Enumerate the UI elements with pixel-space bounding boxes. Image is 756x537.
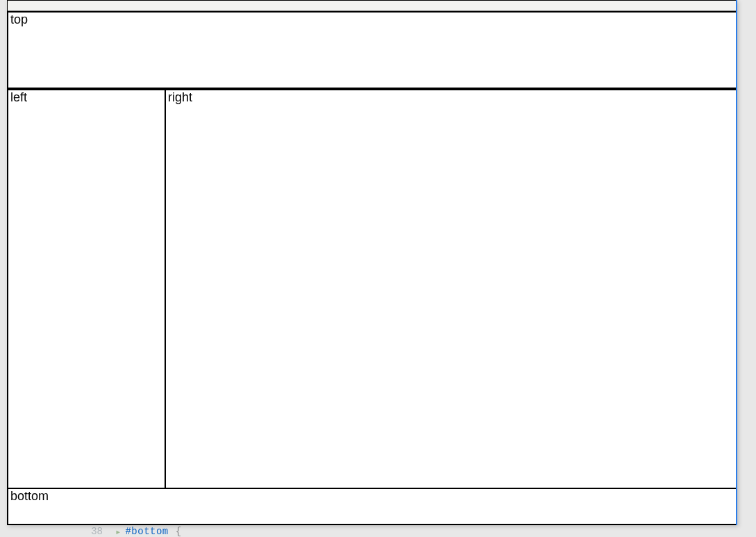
preview-window: top left right bottom (7, 0, 737, 525)
bottom-panel-label: bottom (8, 489, 736, 504)
line-number: 38 (74, 526, 115, 537)
editor-code-peek: 38 ▸ #bottom { (74, 526, 181, 537)
bottom-panel: bottom (8, 488, 737, 524)
fold-toggle-icon: ▸ (115, 526, 121, 538)
top-panel-label: top (8, 13, 736, 28)
right-panel: right (165, 89, 737, 489)
preview-header-strip (8, 1, 737, 11)
top-panel: top (8, 11, 737, 89)
right-panel-label: right (166, 90, 736, 106)
open-brace: { (176, 526, 181, 537)
css-selector-text: #bottom (125, 526, 168, 537)
left-panel-label: left (8, 90, 165, 106)
left-panel: left (8, 89, 166, 489)
